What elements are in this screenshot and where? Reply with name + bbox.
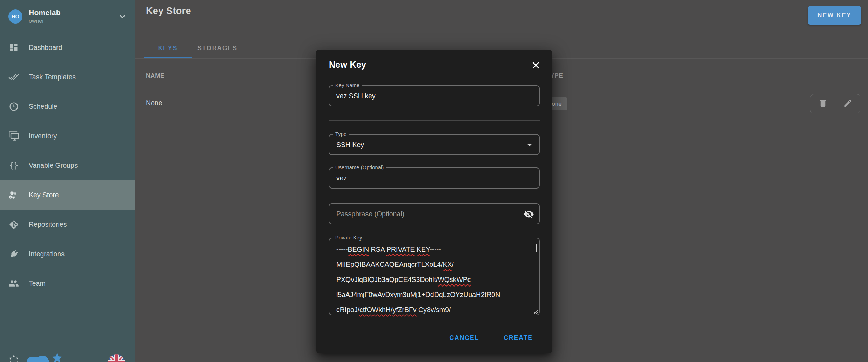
app-window: HO Homelab owner Dashboard Task Template… bbox=[0, 0, 868, 362]
sidebar-item-schedule[interactable]: Schedule bbox=[0, 92, 135, 121]
workspace-switcher[interactable]: HO Homelab owner bbox=[0, 0, 135, 33]
sidebar-item-key-store[interactable]: Key Store bbox=[0, 180, 135, 210]
private-key-textarea[interactable]: Private Key -----BEGIN RSA PRIVATE KEY--… bbox=[329, 238, 540, 315]
sidebar-item-label: Task Templates bbox=[29, 73, 76, 81]
workspace-role: owner bbox=[29, 18, 61, 24]
sidebar-item-dashboard[interactable]: Dashboard bbox=[0, 33, 135, 62]
close-icon bbox=[530, 60, 541, 72]
repositories-icon bbox=[8, 219, 19, 230]
create-button[interactable]: CREATE bbox=[499, 331, 537, 345]
row-action-group bbox=[810, 94, 860, 113]
key-name-field[interactable]: Key Name vez SSH key bbox=[329, 85, 540, 106]
tab-bar: KEYS STORAGES bbox=[144, 38, 243, 58]
dashboard-icon bbox=[8, 42, 19, 53]
type-value: SSH Key bbox=[336, 141, 364, 149]
theme-icon[interactable] bbox=[8, 354, 20, 362]
sidebar-nav: Dashboard Task Templates Schedule Invent… bbox=[0, 33, 135, 298]
key-name-label: Key Name bbox=[333, 83, 362, 88]
toggle-visibility-button[interactable] bbox=[523, 209, 535, 221]
new-key-button[interactable]: NEW KEY bbox=[808, 6, 861, 25]
sidebar-item-task-templates[interactable]: Task Templates bbox=[0, 62, 135, 92]
sidebar-item-label: Integrations bbox=[29, 250, 65, 258]
textarea-scrollbar-thumb[interactable] bbox=[536, 244, 537, 252]
private-key-label: Private Key bbox=[333, 235, 364, 241]
resize-handle-icon[interactable] bbox=[532, 308, 538, 314]
key-name-cell: None bbox=[146, 99, 162, 107]
sidebar-item-label: Schedule bbox=[29, 103, 57, 111]
sidebar-item-label: Variable Groups bbox=[29, 162, 78, 170]
delete-button[interactable] bbox=[810, 94, 835, 113]
sidebar-item-label: Inventory bbox=[29, 132, 57, 140]
variable-groups-icon bbox=[8, 160, 19, 171]
task-templates-icon bbox=[8, 72, 19, 82]
sidebar-item-label: Dashboard bbox=[29, 44, 62, 52]
tab-keys[interactable]: KEYS bbox=[144, 38, 192, 58]
uk-flag-icon[interactable] bbox=[108, 354, 125, 362]
integrations-icon bbox=[8, 249, 19, 259]
pencil-icon bbox=[843, 99, 853, 109]
form-divider bbox=[329, 120, 540, 121]
dialog-actions: CANCEL CREATE bbox=[445, 331, 537, 345]
key-store-icon bbox=[8, 190, 19, 200]
workspace-name: Homelab bbox=[29, 8, 61, 17]
sidebar-item-inventory[interactable]: Inventory bbox=[0, 121, 135, 151]
sidebar-footer bbox=[0, 344, 135, 362]
dialog-title: New Key bbox=[329, 60, 366, 70]
type-select[interactable]: Type SSH Key bbox=[329, 134, 540, 155]
workspace-info: Homelab owner bbox=[29, 8, 61, 24]
new-key-dialog: New Key Key Name vez SSH key Type SSH Ke… bbox=[316, 50, 552, 353]
username-label: Username (Optional) bbox=[333, 165, 386, 170]
username-value: vez bbox=[336, 174, 347, 182]
edit-button[interactable] bbox=[835, 94, 860, 113]
trash-icon bbox=[818, 99, 828, 109]
team-icon bbox=[8, 278, 19, 289]
username-field[interactable]: Username (Optional) vez bbox=[329, 167, 540, 189]
page-title: Key Store bbox=[146, 6, 191, 17]
language-toggle-knob[interactable] bbox=[36, 356, 49, 362]
cancel-button[interactable]: CANCEL bbox=[445, 331, 483, 345]
sidebar-item-label: Team bbox=[29, 279, 46, 288]
chevron-down-icon[interactable] bbox=[117, 11, 128, 22]
sidebar: HO Homelab owner Dashboard Task Template… bbox=[0, 0, 135, 362]
sidebar-item-label: Repositories bbox=[29, 221, 67, 229]
key-name-value: vez SSH key bbox=[336, 92, 376, 100]
type-label: Type bbox=[333, 131, 349, 137]
inventory-icon bbox=[8, 131, 19, 141]
sidebar-item-integrations[interactable]: Integrations bbox=[0, 239, 135, 269]
close-button[interactable] bbox=[529, 59, 543, 72]
sidebar-item-variable-groups[interactable]: Variable Groups bbox=[0, 151, 135, 180]
sidebar-item-team[interactable]: Team bbox=[0, 269, 135, 298]
avatar: HO bbox=[8, 9, 22, 24]
sidebar-item-repositories[interactable]: Repositories bbox=[0, 210, 135, 239]
schedule-icon bbox=[8, 101, 19, 112]
sidebar-item-label: Key Store bbox=[29, 191, 59, 199]
passphrase-placeholder: Passphrase (Optional) bbox=[336, 210, 404, 218]
tab-storages[interactable]: STORAGES bbox=[192, 38, 243, 58]
menu-down-icon bbox=[524, 140, 535, 152]
star-icon[interactable] bbox=[51, 352, 63, 362]
private-key-content: -----BEGIN RSA PRIVATE KEY-----MIIEpQIBA… bbox=[336, 242, 532, 317]
passphrase-field[interactable]: Passphrase (Optional) bbox=[329, 203, 540, 224]
column-header-name: NAME bbox=[146, 72, 164, 79]
eye-off-icon bbox=[524, 209, 534, 221]
